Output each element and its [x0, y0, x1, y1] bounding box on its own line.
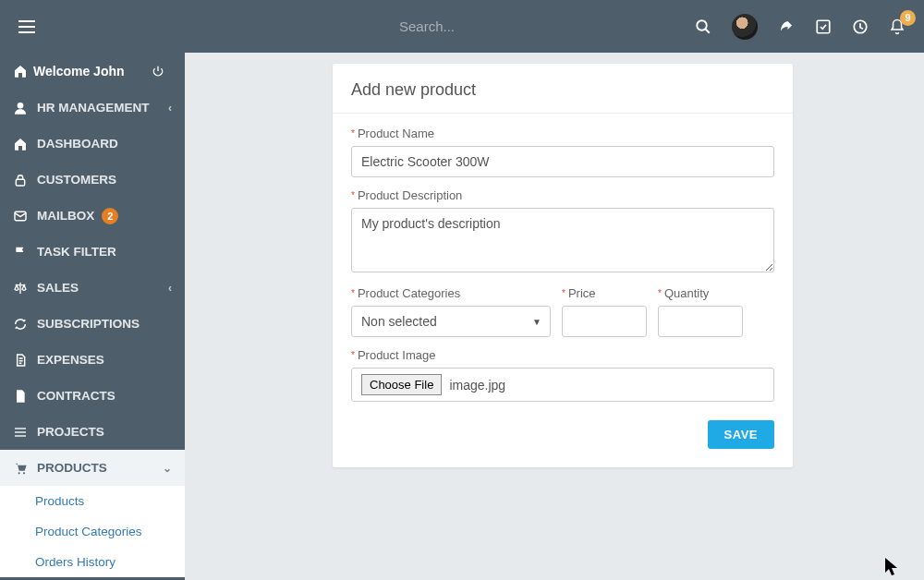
card-title: Add new product — [333, 64, 793, 114]
sidebar-welcome: Welcome John — [0, 53, 185, 90]
sidebar-item-taskfilter[interactable]: TASK FILTER — [0, 234, 185, 270]
label-quantity: *Quantity — [658, 286, 743, 300]
cart-icon — [13, 461, 37, 476]
svg-rect-8 — [16, 179, 24, 186]
product-desc-input[interactable]: My product's description — [351, 208, 774, 272]
bell-icon[interactable]: 9 — [889, 18, 906, 35]
choose-file-button[interactable]: Choose File — [361, 374, 442, 395]
sidebar-item-label: PRODUCTS — [37, 461, 107, 475]
power-icon[interactable] — [152, 65, 172, 78]
sidebar-item-label: CONTRACTS — [37, 389, 116, 403]
search-input[interactable] — [399, 18, 676, 34]
svg-rect-1 — [18, 26, 35, 28]
sidebar-item-label: SUBSCRIPTIONS — [37, 317, 140, 331]
topbar: 9 — [0, 0, 924, 53]
label-price: *Price — [562, 286, 647, 300]
avatar[interactable] — [732, 14, 758, 40]
submenu-orders[interactable]: Orders History — [0, 547, 185, 577]
svg-point-3 — [697, 20, 707, 30]
sidebar-item-customers[interactable]: CUSTOMERS — [0, 162, 185, 198]
label-product-desc: *Product Description — [351, 188, 774, 202]
tasks-icon[interactable] — [815, 18, 832, 35]
label-product-name: *Product Name — [351, 127, 774, 140]
lock-icon — [13, 173, 37, 187]
svg-rect-10 — [15, 428, 26, 429]
quantity-input[interactable] — [658, 306, 743, 337]
price-input[interactable] — [562, 306, 647, 337]
document-icon — [13, 353, 37, 368]
add-product-card: Add new product *Product Name *Product D… — [333, 64, 793, 467]
clock-icon[interactable] — [852, 18, 869, 35]
sidebar-item-subscriptions[interactable]: SUBSCRIPTIONS — [0, 306, 185, 342]
flag-icon — [13, 245, 37, 260]
sidebar-item-dashboard[interactable]: DASHBOARD — [0, 126, 185, 162]
sidebar-item-label: SALES — [37, 281, 79, 295]
sidebar-item-contracts[interactable]: CONTRACTS — [0, 378, 185, 414]
sidebar-item-hr[interactable]: HR MANAGEMENT ‹ — [0, 90, 185, 126]
save-button[interactable]: SAVE — [708, 420, 774, 449]
svg-rect-11 — [15, 431, 26, 432]
mailbox-badge: 2 — [102, 208, 118, 224]
svg-point-13 — [18, 472, 20, 474]
user-icon — [13, 101, 37, 115]
svg-rect-0 — [18, 20, 35, 22]
products-submenu: Products Product Categories Orders Histo… — [0, 486, 185, 577]
svg-rect-5 — [817, 20, 830, 33]
file-name: image.jpg — [449, 378, 505, 393]
sidebar-item-label: HR MANAGEMENT — [37, 101, 150, 115]
product-name-input[interactable] — [351, 146, 774, 177]
main-content: Add new product *Product Name *Product D… — [185, 53, 924, 580]
sidebar-item-expenses[interactable]: EXPENSES — [0, 342, 185, 378]
submenu-products[interactable]: Products — [0, 486, 185, 516]
svg-rect-12 — [15, 435, 26, 436]
sidebar-item-mailbox[interactable]: MAILBOX 2 — [0, 198, 185, 234]
mail-icon — [13, 209, 37, 224]
share-icon[interactable] — [778, 18, 795, 35]
home-icon — [13, 64, 33, 79]
chevron-down-icon: ⌄ — [163, 462, 172, 475]
file-input-wrap[interactable]: Choose File image.jpg — [351, 368, 774, 402]
product-category-select[interactable] — [351, 306, 551, 337]
sidebar-item-label: EXPENSES — [37, 353, 104, 367]
sidebar-item-label: DASHBOARD — [37, 137, 118, 151]
chevron-left-icon: ‹ — [168, 102, 172, 115]
submenu-categories[interactable]: Product Categories — [0, 516, 185, 547]
home-icon — [13, 137, 37, 151]
sidebar-item-label: CUSTOMERS — [37, 173, 116, 187]
svg-point-14 — [23, 472, 25, 474]
scales-icon — [13, 281, 37, 296]
sidebar-item-projects[interactable]: PROJECTS — [0, 414, 185, 450]
sidebar-item-label: TASK FILTER — [37, 245, 116, 259]
sidebar-item-label: PROJECTS — [37, 425, 104, 439]
chevron-left-icon: ‹ — [168, 282, 172, 295]
welcome-text: Welcome John — [33, 64, 125, 79]
sidebar-item-products[interactable]: PRODUCTS ⌄ — [0, 450, 185, 486]
refresh-icon — [13, 317, 37, 332]
search-icon[interactable] — [695, 18, 711, 35]
sidebar-item-label: MAILBOX — [37, 209, 94, 223]
menu-toggle-icon[interactable] — [18, 20, 35, 33]
svg-point-7 — [18, 103, 24, 109]
file-icon — [13, 389, 37, 404]
svg-rect-2 — [18, 31, 35, 33]
sidebar: Welcome John HR MANAGEMENT ‹ DASHBOARD C… — [0, 53, 185, 580]
notification-badge: 9 — [900, 10, 916, 26]
sidebar-item-sales[interactable]: SALES ‹ — [0, 270, 185, 306]
label-product-cat: *Product Categories — [351, 286, 551, 300]
list-icon — [13, 425, 37, 440]
svg-line-4 — [705, 29, 710, 33]
label-product-image: *Product Image — [351, 348, 774, 362]
